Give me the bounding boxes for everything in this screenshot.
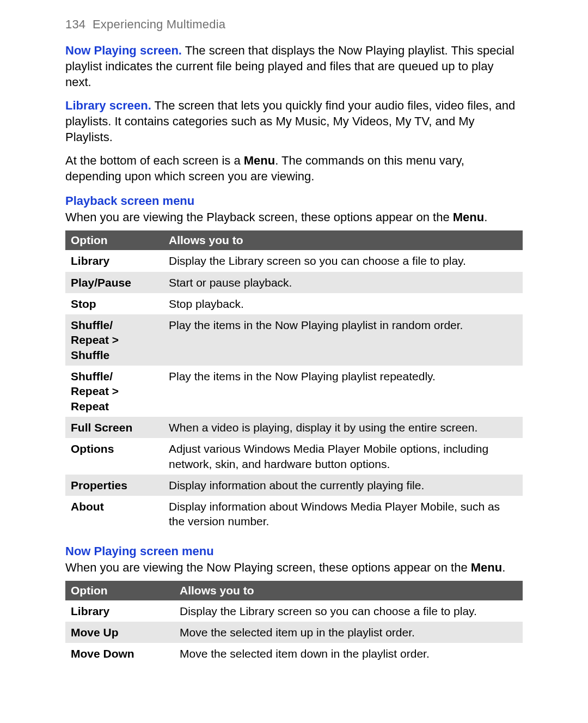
option-cell: Properties	[65, 475, 163, 496]
section2-intro-before: When you are viewing the Now Playing scr…	[65, 561, 471, 574]
para-library: Library screen. The screen that lets you…	[65, 98, 523, 145]
section1-intro: When you are viewing the Playback screen…	[65, 209, 523, 225]
inline-heading-now-playing: Now Playing screen.	[65, 44, 182, 57]
menu-intro-bold: Menu	[244, 154, 275, 167]
table1-col2-header: Allows you to	[163, 230, 523, 250]
section2-intro-after: .	[502, 561, 505, 574]
desc-cell: Stop playback.	[163, 293, 523, 314]
page-number: 134	[65, 17, 85, 31]
section2-intro: When you are viewing the Now Playing scr…	[65, 560, 523, 575]
option-cell: Shuffle/Repeat >Repeat	[65, 366, 163, 417]
option-cell: Move Up	[65, 622, 174, 643]
desc-cell: Adjust various Windows Media Player Mobi…	[163, 438, 523, 475]
table-row: Play/PauseStart or pause playback.	[65, 272, 523, 293]
desc-cell: Move the selected item up in the playlis…	[174, 622, 523, 643]
desc-cell: Move the selected item down in the playl…	[174, 643, 523, 664]
desc-cell: Display information about Windows Media …	[163, 496, 523, 532]
table2-col1-header: Option	[65, 581, 174, 600]
desc-cell: Display the Library screen so you can ch…	[163, 250, 523, 271]
option-cell: Options	[65, 438, 163, 475]
option-cell: About	[65, 496, 163, 532]
desc-cell: Display information about the currently …	[163, 475, 523, 496]
section2-intro-bold: Menu	[471, 561, 502, 574]
section1-intro-before: When you are viewing the Playback screen…	[65, 210, 453, 224]
menu-intro-before: At the bottom of each screen is a	[65, 154, 244, 167]
option-cell: Move Down	[65, 643, 174, 664]
desc-cell: Play the items in the Now Playing playli…	[163, 314, 523, 366]
table-row: Shuffle/Repeat >ShufflePlay the items in…	[65, 314, 523, 366]
table-row: LibraryDisplay the Library screen so you…	[65, 250, 523, 271]
table-row: Shuffle/Repeat >RepeatPlay the items in …	[65, 366, 523, 417]
table-now-playing-menu: Option Allows you to LibraryDisplay the …	[65, 581, 523, 665]
table-row: LibraryDisplay the Library screen so you…	[65, 600, 523, 622]
table-row: AboutDisplay information about Windows M…	[65, 496, 523, 532]
option-cell: Full Screen	[65, 417, 163, 438]
desc-cell: When a video is playing, display it by u…	[163, 417, 523, 438]
table-row: Move UpMove the selected item up in the …	[65, 622, 523, 643]
section1-intro-after: .	[484, 210, 487, 224]
section-heading-playback: Playback screen menu	[65, 194, 523, 208]
option-cell: Library	[65, 250, 163, 271]
table-row: PropertiesDisplay information about the …	[65, 475, 523, 496]
desc-cell: Play the items in the Now Playing playli…	[163, 366, 523, 417]
option-cell: Play/Pause	[65, 272, 163, 293]
table-playback-menu: Option Allows you to LibraryDisplay the …	[65, 230, 523, 532]
section-heading-now-playing: Now Playing screen menu	[65, 544, 523, 558]
page-container: 134 Experiencing Multimedia Now Playing …	[0, 0, 588, 709]
chapter-title: Experiencing Multimedia	[93, 17, 225, 31]
desc-cell: Start or pause playback.	[163, 272, 523, 293]
table-row: OptionsAdjust various Windows Media Play…	[65, 438, 523, 475]
para-menu-intro: At the bottom of each screen is a Menu. …	[65, 153, 523, 184]
section1-intro-bold: Menu	[453, 210, 484, 224]
option-cell: Library	[65, 600, 174, 622]
para-now-playing: Now Playing screen. The screen that disp…	[65, 42, 523, 90]
table-row: StopStop playback.	[65, 293, 523, 314]
inline-heading-library: Library screen.	[65, 99, 151, 112]
table1-col1-header: Option	[65, 230, 163, 250]
option-cell: Stop	[65, 293, 163, 314]
desc-cell: Display the Library screen so you can ch…	[174, 600, 523, 622]
table2-col2-header: Allows you to	[174, 581, 523, 600]
page-header: 134 Experiencing Multimedia	[65, 17, 523, 32]
table-row: Move DownMove the selected item down in …	[65, 643, 523, 664]
table-row: Full ScreenWhen a video is playing, disp…	[65, 417, 523, 438]
option-cell: Shuffle/Repeat >Shuffle	[65, 314, 163, 366]
